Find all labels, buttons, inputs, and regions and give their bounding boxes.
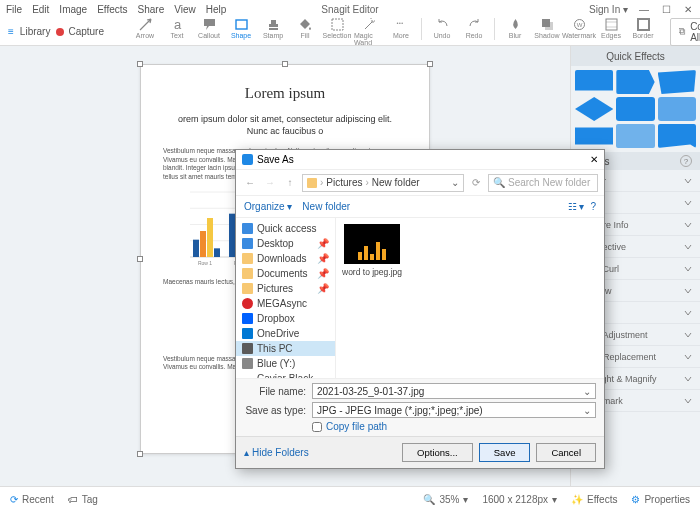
effects-toggle[interactable]: ✨Effects: [571, 494, 617, 505]
tool-text[interactable]: aText: [162, 18, 192, 46]
help-icon[interactable]: ?: [590, 201, 596, 212]
tree-item[interactable]: Desktop📌: [236, 236, 335, 251]
menu-share[interactable]: Share: [138, 4, 165, 15]
quick-effects-header: Quick Effects: [571, 46, 700, 66]
resize-handle[interactable]: [137, 256, 143, 262]
hamburger-icon[interactable]: ≡: [8, 26, 14, 37]
menu-edit[interactable]: Edit: [32, 4, 49, 15]
nav-up-icon[interactable]: ↑: [282, 175, 298, 191]
zoom-control[interactable]: 🔍35%▾: [423, 494, 468, 505]
options-button[interactable]: Options...: [402, 443, 473, 462]
tool-shape[interactable]: Shape: [226, 18, 256, 46]
save-button[interactable]: Save: [479, 443, 531, 462]
tool-magic[interactable]: Magic Wand: [354, 18, 384, 46]
tool-border[interactable]: Border: [628, 18, 658, 46]
quick-effect-thumb[interactable]: [616, 97, 654, 121]
path-bar[interactable]: › Pictures › New folder ⌄: [302, 174, 464, 192]
tool-shadow[interactable]: Shadow: [532, 18, 562, 46]
view-mode-icon[interactable]: ☷ ▾: [568, 201, 585, 212]
svg-rect-12: [680, 29, 684, 33]
svg-rect-21: [200, 231, 206, 257]
quick-effect-thumb[interactable]: [658, 124, 696, 148]
tool-selection[interactable]: Selection: [322, 18, 352, 46]
svg-text:W: W: [576, 22, 582, 28]
tool-callout[interactable]: Callout: [194, 18, 224, 46]
quick-effect-thumb[interactable]: [616, 124, 654, 148]
capture-button[interactable]: Capture: [56, 26, 104, 37]
tool-undo[interactable]: Undo: [427, 18, 457, 46]
quick-effect-thumb[interactable]: [658, 97, 696, 121]
tree-item[interactable]: Downloads📌: [236, 251, 335, 266]
library-button[interactable]: Library: [20, 26, 51, 37]
filename-input[interactable]: 2021-03-25_9-01-37.jpg⌄: [312, 383, 596, 399]
quick-effect-thumb[interactable]: [616, 70, 654, 94]
savetype-select[interactable]: JPG - JPEG Image (*.jpg;*.jpeg;*.jpe)⌄: [312, 402, 596, 418]
quick-effect-thumb[interactable]: [575, 124, 613, 148]
refresh-icon[interactable]: ⟳: [468, 175, 484, 191]
properties-toggle[interactable]: ⚙Properties: [631, 494, 690, 505]
tool-redo[interactable]: Redo: [459, 18, 489, 46]
hide-folders-button[interactable]: ▴ Hide Folders: [244, 447, 309, 458]
tree-item[interactable]: Documents📌: [236, 266, 335, 281]
resize-handle[interactable]: [282, 61, 288, 67]
search-input[interactable]: 🔍 Search New folder: [488, 174, 598, 192]
svg-rect-2: [332, 19, 343, 30]
tool-edges[interactable]: Edges: [596, 18, 626, 46]
tree-item[interactable]: Blue (Y:): [236, 356, 335, 371]
new-folder-button[interactable]: New folder: [302, 201, 350, 212]
tree-item[interactable]: OneDrive: [236, 326, 335, 341]
svg-point-3: [397, 22, 399, 24]
svg-rect-22: [207, 218, 213, 257]
menu-file[interactable]: File: [6, 4, 22, 15]
organize-button[interactable]: Organize ▾: [244, 201, 292, 212]
menu-effects[interactable]: Effects: [97, 4, 127, 15]
svg-point-5: [401, 22, 403, 24]
svg-rect-7: [545, 22, 553, 30]
tool-stamp[interactable]: Stamp: [258, 18, 288, 46]
tree-item[interactable]: MEGAsync: [236, 296, 335, 311]
tree-item[interactable]: Pictures📌: [236, 281, 335, 296]
file-list[interactable]: word to jpeg.jpg: [336, 218, 604, 378]
copy-file-path-label: Copy file path: [326, 421, 387, 432]
copy-all-button[interactable]: Copy All: [670, 18, 700, 46]
folder-tree[interactable]: Quick accessDesktop📌Downloads📌Documents📌…: [236, 218, 336, 378]
menu-image[interactable]: Image: [59, 4, 87, 15]
nav-back-icon[interactable]: ←: [242, 175, 258, 191]
menu-view[interactable]: View: [174, 4, 196, 15]
dialog-titlebar[interactable]: Save As ✕: [236, 150, 604, 170]
tree-item[interactable]: Quick access: [236, 221, 335, 236]
quick-effect-thumb[interactable]: [575, 97, 613, 121]
doc-subheading: orem ipsum dolor sit amet, consectetur a…: [163, 114, 407, 137]
resize-handle[interactable]: [137, 61, 143, 67]
nav-forward-icon[interactable]: →: [262, 175, 278, 191]
svg-rect-20: [193, 240, 199, 257]
dimensions-display[interactable]: 1600 x 2128px▾: [482, 494, 557, 505]
maximize-icon[interactable]: ☐: [660, 3, 672, 15]
close-icon[interactable]: ✕: [682, 3, 694, 15]
tree-item[interactable]: Caviar Black (Z:): [236, 371, 335, 378]
menu-help[interactable]: Help: [206, 4, 227, 15]
tree-item[interactable]: Dropbox: [236, 311, 335, 326]
tool-blur[interactable]: Blur: [500, 18, 530, 46]
quick-effect-thumb[interactable]: [658, 70, 696, 94]
copy-file-path-checkbox[interactable]: [312, 422, 322, 432]
cancel-button[interactable]: Cancel: [536, 443, 596, 462]
sign-in-link[interactable]: Sign In ▾: [589, 4, 628, 15]
tool-watermark[interactable]: WWatermark: [564, 18, 594, 46]
tag-button[interactable]: 🏷Tag: [68, 494, 98, 505]
resize-handle[interactable]: [137, 451, 143, 457]
minimize-icon[interactable]: —: [638, 3, 650, 15]
recent-button[interactable]: ⟳Recent: [10, 494, 54, 505]
file-thumbnail: [344, 224, 400, 264]
tool-more[interactable]: More: [386, 18, 416, 46]
svg-rect-10: [606, 19, 617, 30]
help-icon[interactable]: ?: [680, 155, 692, 167]
quick-effect-thumb[interactable]: [575, 70, 613, 94]
resize-handle[interactable]: [427, 61, 433, 67]
svg-text:a: a: [173, 18, 181, 31]
dialog-close-icon[interactable]: ✕: [590, 154, 598, 165]
tool-fill[interactable]: Fill: [290, 18, 320, 46]
file-item[interactable]: word to jpeg.jpg: [342, 224, 402, 277]
tool-arrow[interactable]: Arrow: [130, 18, 160, 46]
tree-item[interactable]: This PC: [236, 341, 335, 356]
